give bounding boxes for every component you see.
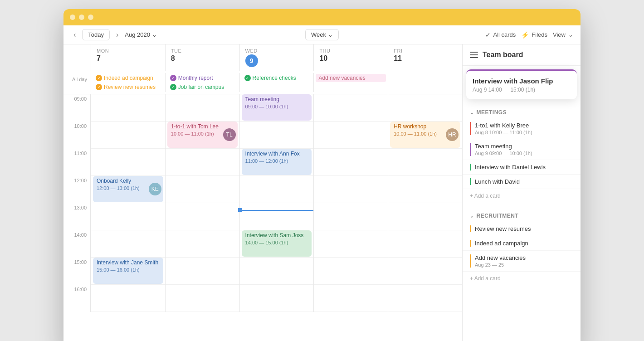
day-col-wed: Team meeting 09:00 — 10:00 (1h) Intervie… — [239, 94, 314, 312]
day-header-thu: Thu 10 — [313, 44, 388, 71]
sidebar-section-meetings: ⌄ Meetings 1-to1 with Kelly Bree Aug 8 1… — [463, 103, 581, 206]
prev-button[interactable]: ‹ — [71, 30, 78, 40]
date-range: Aug 2020 ⌄ — [125, 31, 157, 38]
day-header-fri: Fri 11 — [388, 44, 462, 71]
allday-event-monthly[interactable]: ✓ Monthly report — [167, 74, 238, 82]
today-button[interactable]: Today — [82, 29, 110, 40]
avatar-kelly: KE — [149, 183, 161, 195]
time-grid: 09:00 10:00 11:00 12:00 13:00 14:00 15:0… — [63, 94, 462, 312]
window-dot-1[interactable] — [70, 15, 75, 20]
calendar-body: 09:00 10:00 11:00 12:00 13:00 14:00 15:0… — [63, 94, 462, 341]
day-header-tue: Tue 8 — [165, 44, 239, 71]
time-1100: 11:00 — [63, 149, 91, 176]
meetings-section-header[interactable]: ⌄ Meetings — [463, 107, 581, 118]
allday-event-resumes[interactable]: ✓ Review new resumes — [93, 83, 163, 91]
event-onboard-kelly[interactable]: Onboard Kelly 12:00 — 13:00 (1h) KE — [93, 176, 163, 202]
sidebar-card-lunch-david[interactable]: Lunch with David — [463, 175, 581, 189]
sidebar-card-indeed[interactable]: Indeed ad campaign — [463, 236, 581, 251]
day-col-thu — [313, 94, 388, 312]
day-col-tue: 1-to-1 with Tom Lee 10:00 — 11:00 (1h) T… — [165, 94, 239, 312]
jason-card-sub: Aug 9 14:00 — 15:00 (1h) — [473, 87, 571, 93]
sidebar-card-resumes[interactable]: Review new resumes — [463, 222, 581, 236]
content-area: Mon 7 Tue 8 Wed 9 Thu — [63, 44, 581, 341]
time-1500: 15:00 — [63, 258, 91, 285]
allday-label: All day — [63, 73, 91, 92]
chevron-icon-2: ⌄ — [470, 214, 474, 219]
time-1300: 13:00 — [63, 203, 91, 230]
week-selector[interactable]: Week ⌄ — [305, 29, 339, 40]
time-0900: 09:00 — [63, 94, 91, 122]
allday-wed: ✓ Reference checks — [239, 73, 314, 92]
event-1to1-tom[interactable]: 1-to-1 with Tom Lee 10:00 — 11:00 (1h) T… — [167, 122, 238, 148]
recruitment-section-header[interactable]: ⌄ Recruitment — [463, 210, 581, 222]
toolbar-left: ‹ Today › Aug 2020 ⌄ — [71, 29, 300, 40]
avatar-hr: HR — [446, 128, 459, 141]
event-hr-workshop[interactable]: HR workshop 10:00 — 11:00 (1h) HR — [390, 122, 460, 148]
check-icon: ✓ — [170, 84, 176, 90]
app-body: ‹ Today › Aug 2020 ⌄ Week ⌄ ✓ All cards — [63, 25, 581, 341]
time-1600: 16:00 — [63, 285, 91, 312]
allday-row: All day ✓ Indeed ad campaign ✓ Review ne… — [63, 71, 462, 94]
add-card-recruitment[interactable]: + Add a card — [463, 272, 581, 285]
event-team-meeting[interactable]: Team meeting 09:00 — 10:00 (1h) — [242, 94, 312, 121]
jason-popup-card[interactable]: Interview with Jason Flip Aug 9 14:00 — … — [466, 69, 577, 99]
allday-fri — [388, 73, 462, 92]
sidebar-card-vacancies[interactable]: Add new vacancies Aug 23 — 25 — [463, 251, 581, 272]
day-header-wed: Wed 9 — [239, 44, 314, 71]
window-dot-2[interactable] — [79, 15, 84, 20]
current-time-dot — [238, 208, 242, 212]
time-column: 09:00 10:00 11:00 12:00 13:00 14:00 15:0… — [63, 94, 91, 312]
time-1400: 14:00 — [63, 230, 91, 258]
sidebar-header: Team board — [463, 44, 581, 66]
jason-card-title: Interview with Jason Flip — [473, 77, 571, 85]
chevron-icon: ⌄ — [470, 110, 474, 115]
next-button[interactable]: › — [113, 30, 121, 40]
allday-event-vacancies[interactable]: Add new vacancies — [316, 74, 386, 82]
event-interview-jane[interactable]: Interview with Jane Smith 15:00 — 16:00 … — [93, 258, 163, 284]
allday-event-indeed[interactable]: ✓ Indeed ad campaign — [93, 74, 163, 82]
window-dot-3[interactable] — [88, 15, 93, 20]
toolbar-center: Week ⌄ — [305, 29, 339, 40]
toolbar-right: ✓ All cards ⚡ Fileds View ⌄ — [344, 31, 573, 39]
day-header-mon: Mon 7 — [91, 44, 165, 71]
time-header-empty — [63, 44, 91, 71]
hamburger-icon[interactable] — [470, 52, 478, 58]
time-1200: 12:00 — [63, 176, 91, 203]
event-interview-ann[interactable]: Interview with Ann Fox 11:00 — 12:00 (1h… — [242, 149, 312, 175]
check-icon: ✓ — [244, 75, 251, 81]
allday-event-reference[interactable]: ✓ Reference checks — [242, 74, 312, 82]
sidebar-section-recruitment: ⌄ Recruitment Review new resumes — [463, 206, 581, 289]
toolbar: ‹ Today › Aug 2020 ⌄ Week ⌄ ✓ All cards — [63, 25, 581, 44]
sidebar-card-daniel[interactable]: Interview with Daniel Lewis — [463, 160, 581, 175]
sidebar-card-team-meeting[interactable]: Team meeting Aug 9 09:00 — 10:00 (1h) — [463, 139, 581, 160]
add-card-meetings[interactable]: + Add a card — [463, 189, 581, 203]
all-cards-filter[interactable]: ✓ All cards — [485, 31, 516, 39]
allday-event-jobfair[interactable]: ✓ Job fair on campus — [167, 83, 238, 91]
app-window: ‹ Today › Aug 2020 ⌄ Week ⌄ ✓ All cards — [63, 9, 581, 341]
day-col-fri: HR workshop 10:00 — 11:00 (1h) HR — [388, 94, 462, 312]
avatar-tom: TL — [223, 128, 236, 141]
time-1000: 10:00 — [63, 122, 91, 149]
allday-thu: Add new vacancies — [313, 73, 388, 92]
event-interview-sam[interactable]: Interview with Sam Joss 14:00 — 15:00 (1… — [242, 230, 312, 257]
check-icon: ✓ — [96, 84, 102, 90]
check-icon: ✓ — [96, 75, 102, 81]
sidebar-card-kelly[interactable]: 1-to1 with Kelly Bree Aug 8 10:00 — 11:0… — [463, 118, 581, 139]
allday-tue: ✓ Monthly report ✓ Job fair on campus — [165, 73, 239, 92]
sidebar: Team board Interview with Jason Flip Aug… — [463, 44, 581, 341]
allday-mon: ✓ Indeed ad campaign ✓ Review new resume… — [91, 73, 165, 92]
check-icon: ✓ — [170, 75, 176, 81]
view-selector[interactable]: View ⌄ — [553, 31, 573, 38]
fileds-filter[interactable]: ⚡ Fileds — [521, 31, 547, 39]
day-col-mon: Onboard Kelly 12:00 — 13:00 (1h) KE Inte… — [91, 94, 165, 312]
titlebar — [63, 9, 581, 25]
calendar-header: Mon 7 Tue 8 Wed 9 Thu — [63, 44, 462, 71]
current-time-line — [240, 210, 314, 211]
calendar-section: Mon 7 Tue 8 Wed 9 Thu — [63, 44, 463, 341]
sidebar-title: Team board — [483, 51, 523, 59]
